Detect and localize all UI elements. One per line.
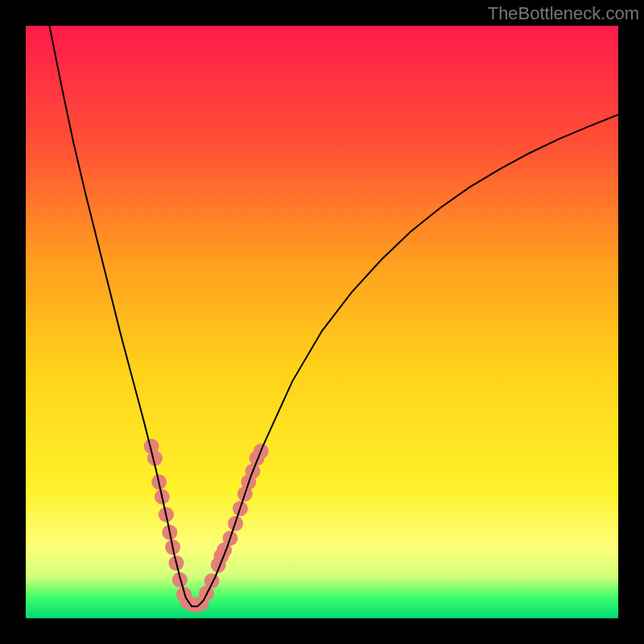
bottleneck-curve (49, 26, 618, 606)
highlight-dots (144, 439, 269, 613)
plot-area (26, 26, 618, 618)
dot (204, 573, 220, 588)
curve-layer (26, 26, 618, 618)
chart-frame: TheBottleneck.com (0, 0, 644, 644)
watermark-text: TheBottleneck.com (488, 3, 639, 24)
